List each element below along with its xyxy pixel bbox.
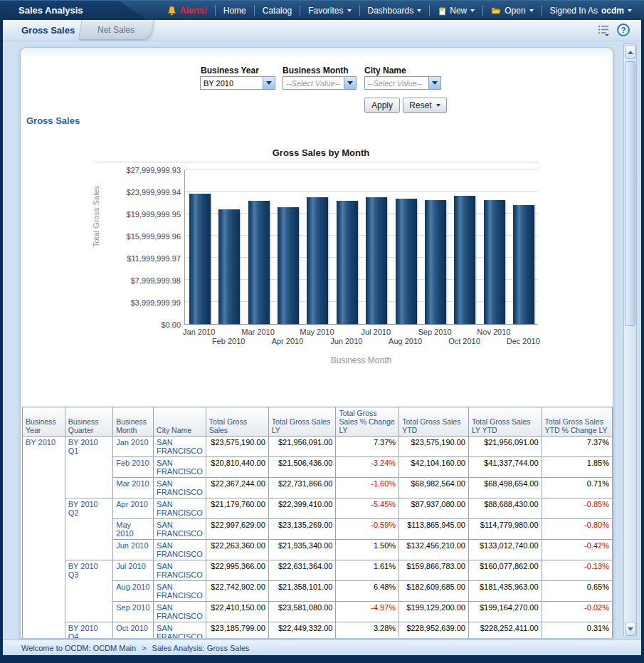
signed-in-menu[interactable]: Signed In As ocdm [542, 5, 640, 16]
cell-value: 0.31% [542, 622, 612, 639]
section-title: Gross Sales [26, 115, 80, 126]
chart-gridline [185, 191, 538, 192]
cell-city-name[interactable]: SAN FRANCISCO [154, 437, 206, 457]
city-name-select[interactable]: --Select Value-- [364, 76, 441, 90]
cell-business-month[interactable]: May 2010 [113, 519, 154, 540]
business-month-select[interactable]: --Select Value-- [283, 76, 357, 90]
cell-city-name[interactable]: SAN FRANCISCO [154, 581, 206, 602]
cell-business-month[interactable]: Jan 2010 [113, 437, 154, 457]
cell-city-name[interactable]: SAN FRANCISCO [154, 498, 206, 519]
cell-value: $22,731,866.00 [268, 478, 336, 498]
page-options-icon[interactable] [597, 24, 610, 36]
column-header[interactable]: City Name [154, 407, 206, 437]
breadcrumb-root[interactable]: Welcome to OCDM: OCDM Main [21, 644, 136, 652]
cell-city-name[interactable]: SAN FRANCISCO [154, 622, 206, 639]
cell-value: $159,866,783.00 [399, 560, 469, 581]
chart-x-axis-labels: Jan 2010Feb 2010Mar 2010Apr 2010May 2010… [184, 328, 538, 348]
x-tick-label: Jun 2010 [330, 337, 362, 345]
panel-top-sheen [21, 48, 613, 58]
bar-feb-2010[interactable] [218, 209, 240, 324]
cell-business-month[interactable]: Mar 2010 [113, 478, 154, 498]
x-tick-label: Oct 2010 [448, 337, 480, 345]
cell-business-quarter[interactable]: BY 2010 Q1 [65, 437, 113, 498]
bar-apr-2010[interactable] [278, 207, 299, 324]
cell-city-name[interactable]: SAN FRANCISCO [154, 540, 206, 560]
cell-value: $42,104,160.00 [399, 457, 469, 478]
bar-dec-2010[interactable] [513, 205, 534, 324]
cell-value: 3.28% [336, 622, 399, 639]
cell-value: $21,956,091.00 [468, 437, 542, 457]
cell-business-quarter[interactable]: BY 2010 Q3 [65, 560, 113, 622]
bar-sep-2010[interactable] [425, 200, 446, 324]
nav-favorites[interactable]: Favorites [300, 5, 359, 16]
cell-value: -4.97% [336, 602, 399, 622]
column-header[interactable]: Total Gross Sales LY YTD [468, 407, 542, 437]
cell-value: $181,435,963.00 [468, 581, 542, 602]
column-header[interactable]: Business Quarter [65, 407, 113, 437]
cell-value: -0.13% [542, 560, 612, 581]
bar-aug-2010[interactable] [396, 199, 417, 324]
nav-dashboards[interactable]: Dashboards [359, 5, 430, 16]
cell-business-month[interactable]: Feb 2010 [113, 457, 154, 478]
business-year-select[interactable]: BY 2010 [200, 76, 275, 90]
cell-city-name[interactable]: SAN FRANCISCO [154, 457, 206, 478]
dashboard-title-tab: Sales Analysis [0, 1, 149, 21]
help-icon[interactable]: ? [617, 24, 630, 36]
scrollbar-thumb[interactable] [625, 61, 635, 326]
cell-business-quarter[interactable]: BY 2010 Q2 [65, 498, 113, 560]
cell-value: $21,935,340.00 [268, 540, 336, 560]
cell-value: -0.02% [542, 602, 612, 622]
cell-business-quarter[interactable]: BY 2010 Q4 [65, 622, 113, 639]
nav-home[interactable]: Home [215, 5, 254, 16]
tab-gross-sales[interactable]: Gross Sales [21, 25, 75, 36]
nav-open[interactable]: Open [482, 5, 541, 16]
business-year-label: Business Year [201, 66, 259, 75]
scroll-up-button[interactable] [625, 45, 635, 59]
cell-city-name[interactable]: SAN FRANCISCO [154, 560, 206, 581]
cell-business-month[interactable]: Jul 2010 [113, 560, 154, 581]
cell-business-month[interactable]: Jun 2010 [113, 540, 154, 560]
bar-nov-2010[interactable] [484, 200, 505, 324]
chart-plot-area [184, 170, 538, 325]
tab-net-sales[interactable]: Net Sales [78, 20, 154, 40]
cell-value: $22,631,364.00 [268, 560, 336, 581]
bar-jan-2010[interactable] [189, 194, 211, 324]
column-header[interactable]: Business Year [23, 407, 65, 437]
nav-new[interactable]: New [429, 5, 482, 16]
cell-value: -5.45% [336, 498, 399, 519]
cell-value: 0.65% [542, 581, 612, 602]
bar-may-2010[interactable] [307, 197, 328, 324]
bar-mar-2010[interactable] [248, 201, 270, 324]
cell-city-name[interactable]: SAN FRANCISCO [154, 478, 206, 498]
reset-button[interactable]: Reset [403, 98, 447, 113]
cell-business-year[interactable]: BY 2010 [23, 437, 65, 639]
cell-business-month[interactable]: Sep 2010 [113, 602, 154, 622]
cell-business-month[interactable]: Apr 2010 [113, 498, 154, 519]
cell-value: $132,456,210.00 [399, 540, 469, 560]
column-header[interactable]: Total Gross Sales % Change LY [336, 407, 399, 437]
cell-city-name[interactable]: SAN FRANCISCO [154, 602, 206, 622]
cell-business-month[interactable]: Aug 2010 [113, 581, 154, 602]
cell-value: $22,449,332.00 [268, 622, 336, 639]
cell-business-month[interactable]: Oct 2010 [113, 622, 154, 639]
nav-catalog[interactable]: Catalog [254, 5, 300, 16]
cell-city-name[interactable]: SAN FRANCISCO [154, 519, 206, 540]
caret-down-icon [417, 9, 421, 12]
column-header[interactable]: Business Month [113, 407, 154, 437]
cell-value: 7.37% [336, 437, 399, 457]
alerts-link[interactable]: Alerts! [159, 5, 215, 16]
city-name-value: --Select Value-- [365, 79, 428, 88]
column-header[interactable]: Total Gross Sales LY [268, 407, 336, 437]
cell-value: 1.61% [336, 560, 399, 581]
scroll-down-button[interactable] [625, 622, 635, 636]
vertical-scrollbar[interactable] [623, 43, 637, 637]
cell-value: $22,367,244.00 [206, 478, 268, 498]
column-header[interactable]: Total Gross Sales [206, 407, 268, 437]
bar-jun-2010[interactable] [337, 201, 358, 324]
bar-oct-2010[interactable] [454, 196, 475, 324]
nav-catalog-label: Catalog [263, 6, 292, 16]
column-header[interactable]: Total Gross Sales YTD % Change LY [542, 407, 612, 437]
bar-jul-2010[interactable] [366, 197, 387, 324]
column-header[interactable]: Total Gross Sales YTD [399, 407, 469, 437]
apply-button[interactable]: Apply [364, 98, 400, 113]
